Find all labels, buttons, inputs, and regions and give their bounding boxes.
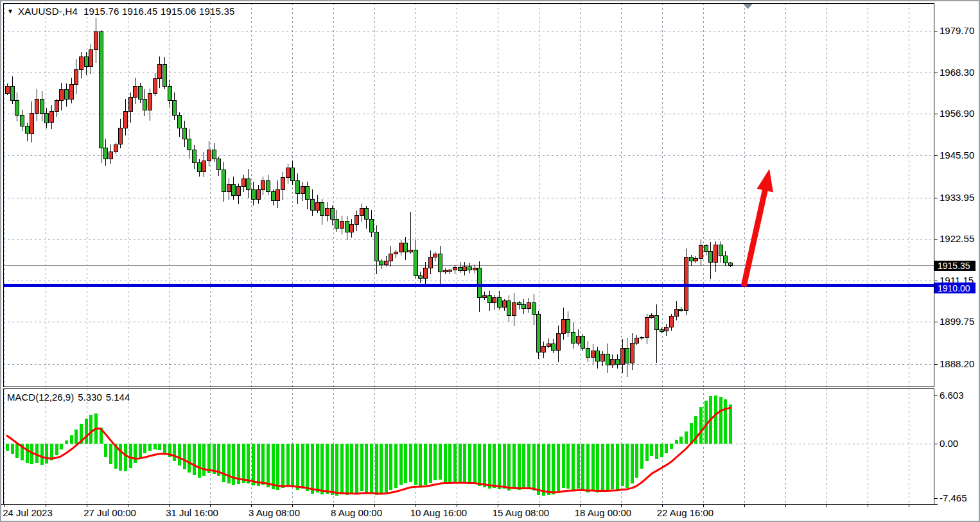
macd-tick-label: -7.465 [940, 492, 967, 503]
symbol-dropdown-icon[interactable]: ▼ [7, 8, 13, 15]
current-price-tag: 1915.35 [934, 261, 976, 271]
macd-name: MACD(12,26,9) [7, 392, 74, 403]
price-tick-label: 1968.30 [940, 67, 974, 78]
ohlc-high: 1916.45 [122, 6, 158, 17]
support-line-price-tag: 1910.00 [934, 283, 976, 293]
ohlc-open: 1915.76 [83, 6, 119, 17]
price-tick-label: 1945.50 [940, 150, 974, 161]
time-tick-label: 22 Aug 16:00 [657, 507, 713, 518]
time-tick-label: 3 Aug 08:00 [249, 507, 300, 518]
macd-tick-label: 6.603 [940, 390, 964, 401]
price-tick-label: 1899.75 [940, 316, 974, 327]
chart-window: 1979.701968.301956.901945.501933.951922.… [0, 0, 980, 522]
ohlc-close: 1915.35 [199, 6, 235, 17]
time-tick-label: 24 Jul 2023 [3, 507, 53, 518]
chart-canvas[interactable]: 1979.701968.301956.901945.501933.951922.… [1, 1, 980, 522]
time-tick-label: 18 Aug 00:00 [575, 507, 631, 518]
price-tick-label: 1979.70 [940, 25, 974, 36]
price-tick-label: 1956.90 [940, 108, 974, 119]
price-tick-label: 1888.20 [940, 358, 974, 369]
time-tick-label: 27 Jul 00:00 [83, 507, 136, 518]
price-axis: 1979.701968.301956.901945.501933.951922.… [934, 25, 974, 369]
price-tick-label: 1922.55 [940, 233, 974, 244]
symbol-period-label: XAUUSD-,H4 [18, 6, 78, 17]
macd-main-value: 5.330 [78, 392, 102, 403]
symbol-header: ▼XAUUSD-,H41915.76 1916.45 1915.06 1915.… [7, 6, 235, 17]
macd-signal-value: 5.144 [106, 392, 130, 403]
price-tick-label: 1933.95 [940, 192, 974, 203]
time-tick-label: 31 Jul 16:00 [166, 507, 218, 518]
macd-indicator-label: MACD(12,26,9)5.3305.144 [7, 392, 130, 403]
time-tick-label: 15 Aug 08:00 [493, 507, 549, 518]
macd-tick-label: 0.00 [940, 438, 958, 449]
ohlc-low: 1915.06 [161, 6, 197, 17]
time-tick-label: 8 Aug 00:00 [331, 507, 382, 518]
time-tick-label: 10 Aug 16:00 [410, 507, 467, 518]
